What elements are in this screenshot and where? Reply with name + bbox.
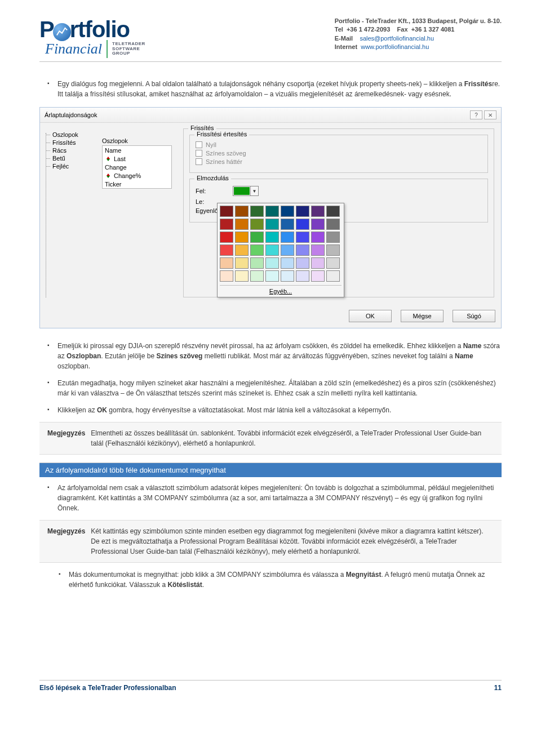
- palette-cell[interactable]: [326, 270, 340, 282]
- palette-cell[interactable]: [265, 206, 279, 217]
- palette-cell[interactable]: [326, 232, 340, 243]
- palette-cell[interactable]: [250, 232, 264, 243]
- checkbox-szines-szoveg[interactable]: Színes szöveg: [196, 150, 482, 157]
- bullet-other-docs: Más dokumentumokat is megnyithat: jobb k…: [47, 570, 502, 590]
- palette-cell[interactable]: [235, 270, 249, 282]
- col-row-change: Change: [103, 163, 171, 171]
- palette-cell[interactable]: [311, 270, 325, 282]
- cancel-button[interactable]: Mégse: [401, 310, 444, 322]
- logo-financial: Financial: [45, 41, 102, 57]
- palette-other-button[interactable]: Egyéb...: [220, 285, 342, 295]
- checkbox-icon[interactable]: [196, 150, 202, 157]
- svg-marker-3: [107, 176, 110, 178]
- updown-arrow-icon: [105, 172, 112, 179]
- palette-cell[interactable]: [311, 244, 325, 256]
- palette-cell[interactable]: [235, 219, 249, 230]
- tree-item-betu[interactable]: Betű: [46, 154, 94, 162]
- note-text: Két kattintás egy szimbólumon szinte min…: [91, 526, 494, 557]
- tree-item-oszlopok[interactable]: Oszlopok: [46, 131, 94, 139]
- close-icon[interactable]: ✕: [484, 110, 496, 119]
- bullet-name-column: Emeljük ki pirossal egy DJIA-on szereplő…: [47, 341, 502, 371]
- palette-cell[interactable]: [250, 244, 264, 256]
- palette-cell[interactable]: [250, 270, 264, 282]
- note-box-template: Megjegyzés Elmentheti az összes beállítá…: [39, 422, 502, 455]
- palette-cell[interactable]: [220, 257, 233, 269]
- palette-cell[interactable]: [220, 244, 233, 256]
- logo-divider: [107, 40, 108, 58]
- palette-cell[interactable]: [296, 206, 309, 217]
- palette-cell[interactable]: [265, 257, 279, 269]
- color-swatch: [234, 187, 250, 195]
- col-row-changepct: Change%: [103, 171, 171, 180]
- columns-list-label: Oszlopok: [102, 137, 175, 144]
- col-row-ticker: Ticker: [103, 180, 171, 188]
- palette-cell[interactable]: [326, 219, 340, 230]
- checkbox-szines-hatter[interactable]: Színes háttér: [196, 158, 482, 165]
- tree-item-racs[interactable]: Rács: [46, 146, 94, 154]
- palette-cell[interactable]: [296, 232, 309, 243]
- palette-grid: [220, 206, 342, 282]
- palette-cell[interactable]: [311, 219, 325, 230]
- fieldset-elmozdulas: Elmozdulás Fel: ▼ Le: Egyenlő:: [189, 179, 488, 223]
- bullet-colors: Ezután megadhatja, hogy milyen színeket …: [47, 378, 502, 398]
- palette-cell[interactable]: [281, 206, 294, 217]
- palette-cell[interactable]: [265, 232, 279, 243]
- website-link[interactable]: www.portfoliofinancial.hu: [361, 43, 429, 50]
- note-label: Megjegyzés: [47, 428, 85, 448]
- dialog-titlebar: Árlaptulajdonságok ? ✕: [40, 108, 501, 123]
- palette-cell[interactable]: [311, 257, 325, 269]
- palette-cell[interactable]: [220, 232, 233, 243]
- color-picker-fel[interactable]: ▼: [233, 186, 259, 196]
- palette-cell[interactable]: [250, 257, 264, 269]
- palette-cell[interactable]: [326, 257, 340, 269]
- palette-cell[interactable]: [296, 219, 309, 230]
- logo-rest: rtfolio: [70, 17, 130, 42]
- palette-cell[interactable]: [250, 219, 264, 230]
- palette-cell[interactable]: [281, 257, 294, 269]
- palette-cell[interactable]: [281, 219, 294, 230]
- palette-cell[interactable]: [235, 206, 249, 217]
- ok-button[interactable]: OK: [349, 310, 392, 322]
- columns-list-section: Oszlopok Name Last Change Change% Ticker: [102, 128, 175, 303]
- palette-cell[interactable]: [281, 232, 294, 243]
- columns-listbox[interactable]: Name Last Change Change% Ticker: [102, 145, 172, 189]
- palette-cell[interactable]: [235, 244, 249, 256]
- section-heading: Az árfolyamoldalról több féle dokumentum…: [39, 463, 502, 477]
- page-number: 11: [494, 684, 502, 692]
- note-box-doubleclick: Megjegyzés Két kattintás egy szimbólumon…: [39, 520, 502, 563]
- palette-cell[interactable]: [220, 270, 233, 282]
- palette-cell[interactable]: [296, 257, 309, 269]
- checkbox-icon[interactable]: [196, 141, 202, 148]
- chevron-down-icon[interactable]: ▼: [250, 186, 258, 195]
- note-text: Elmentheti az összes beállítását ún. sab…: [91, 428, 494, 448]
- col-row-last: Last: [103, 154, 171, 163]
- palette-cell[interactable]: [235, 257, 249, 269]
- palette-cell[interactable]: [265, 270, 279, 282]
- palette-cell[interactable]: [265, 244, 279, 256]
- property-tree: Oszlopok Frissítés Rács Betű Fejléc: [42, 128, 94, 303]
- palette-cell[interactable]: [281, 270, 294, 282]
- checkbox-icon[interactable]: [196, 158, 202, 165]
- svg-marker-0: [107, 157, 110, 159]
- help-button[interactable]: Súgó: [453, 310, 495, 322]
- palette-cell[interactable]: [326, 206, 340, 217]
- palette-cell[interactable]: [296, 244, 309, 256]
- palette-cell[interactable]: [250, 206, 264, 217]
- palette-cell[interactable]: [220, 219, 233, 230]
- label-fel: Fel:: [196, 188, 225, 194]
- palette-cell[interactable]: [220, 206, 233, 217]
- tree-item-frissites[interactable]: Frissítés: [46, 139, 94, 146]
- email-link[interactable]: sales@portfoliofinancial.hu: [360, 35, 434, 42]
- palette-cell[interactable]: [311, 206, 325, 217]
- palette-cell[interactable]: [281, 244, 294, 256]
- palette-cell[interactable]: [296, 270, 309, 282]
- palette-cell[interactable]: [311, 232, 325, 243]
- tree-item-fejlec[interactable]: Fejléc: [46, 162, 94, 170]
- palette-cell[interactable]: [265, 219, 279, 230]
- page-footer: Első lépések a TeleTrader Professionalba…: [39, 680, 502, 692]
- palette-cell[interactable]: [326, 244, 340, 256]
- palette-cell[interactable]: [235, 232, 249, 243]
- updown-arrow-icon: [105, 155, 112, 162]
- checkbox-nyil[interactable]: Nyíl: [196, 141, 482, 148]
- help-icon[interactable]: ?: [470, 110, 482, 119]
